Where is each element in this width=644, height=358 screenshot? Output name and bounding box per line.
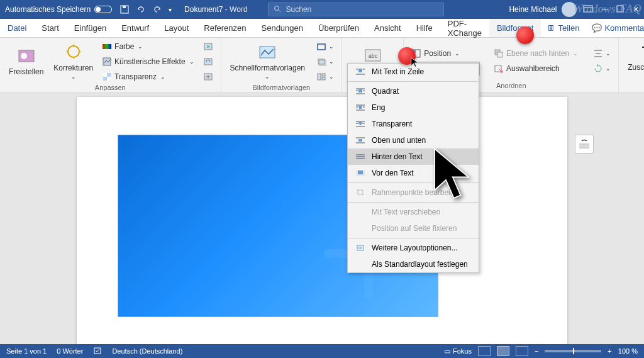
svg-point-2 — [274, 6, 279, 10]
menu-standard[interactable]: Als Standardlayout festlegen — [348, 256, 479, 272]
auswahlbereich-button[interactable]: Auswahlbereich — [491, 62, 580, 76]
svg-rect-27 — [322, 74, 325, 76]
status-lang[interactable]: Deutsch (Deutschland) — [112, 347, 182, 355]
svg-rect-23 — [318, 44, 325, 50]
fokus-button[interactable]: ▭Fokus — [444, 347, 472, 355]
tab-hilfe[interactable]: Hilfe — [409, 19, 440, 37]
freistellen-button[interactable]: Freistellen — [5, 44, 47, 79]
color-icon — [102, 42, 112, 52]
watermark: Windows-FAQ — [573, 3, 641, 16]
transparency-icon — [102, 72, 112, 82]
align-icon[interactable]: ⌄ — [591, 47, 613, 60]
reset-pic-icon[interactable] — [201, 70, 216, 84]
svg-marker-58 — [358, 106, 362, 109]
farbe-button[interactable]: Farbe — [99, 40, 197, 53]
toggle-icon[interactable] — [94, 6, 112, 13]
wrap-through-icon — [355, 120, 365, 128]
tab-ueberpruefen[interactable]: Überprüfen — [311, 19, 367, 37]
layout-icon[interactable]: ⌄ — [314, 70, 336, 84]
share-button[interactable]: 🗏Teilen — [541, 23, 586, 33]
effects2-icon[interactable]: ⌄ — [314, 55, 336, 69]
svg-rect-82 — [357, 245, 364, 250]
svg-point-80 — [357, 189, 358, 191]
effekte-button[interactable]: Künstlerische Effekte — [99, 55, 197, 69]
tab-referenzen[interactable]: Referenzen — [196, 19, 253, 37]
status-page[interactable]: Seite 1 von 1 — [6, 347, 47, 355]
wrap-front-icon — [355, 169, 365, 177]
view-read-icon[interactable] — [478, 346, 491, 356]
menu-fixieren: Position auf Seite fixieren — [348, 220, 479, 237]
tab-einfuegen[interactable]: Einfügen — [67, 19, 114, 37]
document-title: Dokument7 - Word — [184, 5, 248, 14]
schnellformat-button[interactable]: Schnellformatvorlagen⌄ — [226, 40, 309, 82]
search-box[interactable]: Suchen — [268, 3, 444, 16]
edit-points-icon — [355, 189, 365, 196]
tab-layout[interactable]: Layout — [157, 19, 196, 37]
wrap-topbottom-icon — [355, 137, 365, 144]
search-icon — [274, 5, 281, 14]
change-pic-icon[interactable] — [201, 55, 216, 69]
compress-icon[interactable] — [201, 40, 216, 53]
tab-entwurf[interactable]: Entwurf — [114, 19, 157, 37]
status-words[interactable]: 0 Wörter — [57, 347, 83, 355]
zoom-in-icon[interactable]: + — [608, 347, 611, 355]
fokus-icon: ▭ — [444, 347, 450, 355]
selection-icon — [494, 64, 504, 74]
tab-datei[interactable]: Datei — [0, 19, 34, 37]
svg-rect-41 — [497, 52, 502, 57]
svg-rect-52 — [358, 69, 362, 72]
menu-eng[interactable]: Eng — [348, 99, 479, 116]
zoom-slider[interactable] — [545, 350, 601, 352]
view-web-icon[interactable] — [516, 346, 528, 356]
more-options-icon — [355, 244, 365, 252]
rotate-icon[interactable]: ⌄ — [591, 62, 613, 76]
page[interactable] — [77, 97, 567, 344]
user-account[interactable]: Heine Michael — [509, 2, 577, 17]
korrekturen-button[interactable]: Korrekturen⌄ — [50, 40, 97, 82]
title-bar: Automatisches Speichern ▾ Dokument7 - Wo… — [0, 0, 644, 19]
zoom-level[interactable]: 100 % — [618, 347, 638, 355]
proofing-icon[interactable] — [93, 346, 102, 356]
effects-icon — [102, 57, 112, 67]
highlight-marker-2 — [516, 26, 534, 44]
svg-line-3 — [279, 10, 280, 12]
svg-rect-26 — [318, 74, 321, 80]
view-print-icon[interactable] — [497, 346, 509, 356]
qat-more[interactable]: ▾ — [169, 6, 172, 13]
tab-ansicht[interactable]: Ansicht — [367, 19, 409, 37]
user-name: Heine Michael — [509, 5, 557, 14]
remove-bg-icon — [16, 47, 36, 67]
svg-rect-17 — [103, 73, 107, 77]
save-icon[interactable] — [119, 4, 130, 14]
comment-icon: 💬 — [592, 23, 602, 33]
svg-rect-14 — [103, 44, 111, 49]
tab-start[interactable]: Start — [34, 19, 66, 37]
tab-sendungen[interactable]: Sendungen — [254, 19, 311, 37]
layout-options-button[interactable] — [575, 135, 594, 154]
zuschneiden-button[interactable]: Zuschneiden⌄ — [624, 40, 644, 82]
ebene-hinten-button[interactable]: Ebene nach hinten — [491, 47, 580, 60]
tab-pdf-xchange[interactable]: PDF-XChange — [440, 19, 489, 37]
menu-quadrat[interactable]: Quadrat — [348, 83, 479, 99]
wrap-behind-icon — [355, 153, 365, 160]
autosave-toggle[interactable]: Automatisches Speichern — [5, 5, 112, 14]
zoom-out-icon[interactable]: − — [535, 347, 538, 355]
redo-icon[interactable] — [152, 4, 162, 14]
svg-rect-68 — [358, 139, 362, 142]
svg-rect-28 — [322, 77, 325, 80]
menu-verschieben: Mit Text verschieben — [348, 204, 479, 220]
svg-point-8 — [21, 53, 27, 59]
svg-rect-1 — [123, 6, 126, 8]
comments-button[interactable]: 💬Kommentare — [586, 23, 644, 33]
group-anpassen: Anpassen — [5, 84, 216, 92]
menu-transparent[interactable]: Transparent — [348, 116, 479, 132]
undo-icon[interactable] — [136, 4, 146, 14]
corrections-icon — [64, 43, 84, 63]
wrap-inline-icon — [355, 68, 365, 76]
status-bar: Seite 1 von 1 0 Wörter Deutsch (Deutschl… — [0, 344, 644, 358]
group-bildformat: Bildformatvorlagen — [226, 84, 336, 92]
group-groesse: Größe — [624, 82, 644, 91]
transparenz-button[interactable]: Transparenz — [99, 70, 197, 84]
menu-weitere[interactable]: Weitere Layoutoptionen... — [348, 240, 479, 256]
border-icon[interactable]: ⌄ — [314, 40, 336, 53]
